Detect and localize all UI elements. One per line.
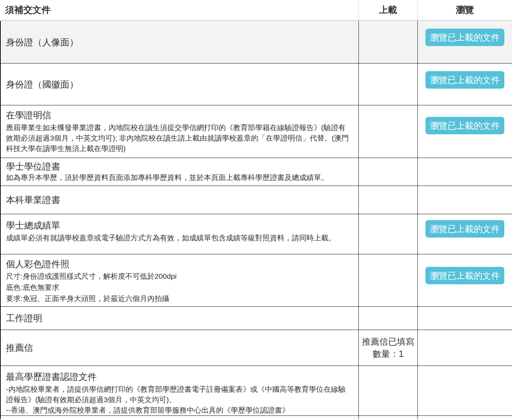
row-title: 本科畢業證書 xyxy=(6,194,351,206)
browse-uploaded-files-button[interactable]: 瀏覽已上載的文件 xyxy=(425,220,504,238)
row-title: 推薦信 xyxy=(6,342,351,354)
row-description: 尺寸:身份證或護照樣式尺寸，解析度不可低於200dpi xyxy=(6,271,351,282)
upload-cell: 推薦信已填寫數量：1 xyxy=(359,330,418,366)
row-description: -內地院校畢業者，請提供學信網打印的《教育部學歷證書電子註冊備案表》或《中國高等… xyxy=(6,384,351,405)
documents-table: 須補交文件 上載 瀏覽 身份證（人像面） 瀏覽已上載的文件 身份證（國徽面） xyxy=(0,0,512,419)
row-title: 個人彩色證件照 xyxy=(6,258,351,270)
table-row: 工作證明 xyxy=(1,307,512,330)
table-row: 本科畢業證書 xyxy=(1,186,512,214)
table-row xyxy=(1,416,512,419)
document-cell: 在學證明信 應屆畢業生如未獲發畢業證書，內地院校在讀生須提交學信網打印的《教育部… xyxy=(1,105,359,158)
document-cell: 推薦信 xyxy=(1,330,359,366)
upload-status-text: 推薦信已填寫數量：1 xyxy=(361,336,415,360)
row-description: 如為專升本學歷，須於學歷資料頁面添加專科學歷資料，並於本頁面上載專科學歷證書及總… xyxy=(6,172,351,183)
page: 須補交文件 上載 瀏覽 身份證（人像面） 瀏覽已上載的文件 身份證（國徽面） xyxy=(0,0,512,420)
browse-cell xyxy=(418,366,512,415)
table-row: 在學證明信 應屆畢業生如未獲發畢業證書，內地院校在讀生須提交學信網打印的《教育部… xyxy=(1,105,512,158)
row-description: 底色:底色無要求 xyxy=(6,282,351,293)
row-description: 應屆畢業生如未獲發畢業證書，內地院校在讀生須提交學信網打印的《教育部學籍在線驗證… xyxy=(6,122,351,154)
document-cell: 工作證明 xyxy=(1,307,359,330)
row-description: --香港、澳門或海外院校畢業者，請提供教育部留學服務中心出具的《學歷學位認證書》 xyxy=(6,405,351,415)
header-upload: 上載 xyxy=(359,0,418,20)
document-cell: 學士總成績單 成績單必須有就讀學校蓋章或電子驗證方式方為有效，如成績單包含成績等… xyxy=(1,214,359,254)
row-title: 在學證明信 xyxy=(6,109,351,121)
browse-cell: 瀏覽已上載的文件 xyxy=(418,63,512,105)
browse-cell: 瀏覽已上載的文件 xyxy=(418,21,512,63)
browse-uploaded-files-button[interactable]: 瀏覽已上載的文件 xyxy=(425,267,504,284)
document-cell: 學士學位證書 如為專升本學歷，須於學歷資料頁面添加專科學歷資料，並於本頁面上載專… xyxy=(1,158,359,186)
upload-cell xyxy=(359,158,418,186)
table-row: 身份證（國徽面） 瀏覽已上載的文件 xyxy=(1,63,512,105)
row-title: 學士總成績單 xyxy=(6,219,351,231)
table-row: 學士學位證書 如為專升本學歷，須於學歷資料頁面添加專科學歷資料，並於本頁面上載專… xyxy=(1,158,512,186)
upload-cell xyxy=(359,21,418,63)
table-row: 推薦信 推薦信已填寫數量：1 xyxy=(1,330,512,366)
browse-cell: 瀏覽已上載的文件 xyxy=(418,214,512,254)
row-description: 要求:免冠、正面半身大頭照，於最近六個月內拍攝 xyxy=(6,293,351,304)
browse-uploaded-files-button[interactable]: 瀏覽已上載的文件 xyxy=(425,29,504,46)
upload-cell xyxy=(359,366,418,415)
row-title: 身份證（人像面） xyxy=(6,36,351,48)
row-title: 工作證明 xyxy=(6,312,351,324)
upload-cell xyxy=(359,186,418,214)
table-row: 個人彩色證件照 尺寸:身份證或護照樣式尺寸，解析度不可低於200dpi 底色:底… xyxy=(1,254,512,307)
browse-cell xyxy=(418,158,512,186)
document-cell xyxy=(1,416,359,419)
browse-cell: 瀏覽已上載的文件 xyxy=(418,105,512,158)
header-browse: 瀏覽 xyxy=(418,0,512,20)
browse-cell: 瀏覽已上載的文件 xyxy=(418,254,512,306)
browse-cell xyxy=(418,330,512,366)
document-cell: 身份證（國徽面） xyxy=(1,63,359,105)
browse-cell xyxy=(418,186,512,214)
document-cell: 最高學歷證書認證文件 -內地院校畢業者，請提供學信網打印的《教育部學歷證書電子註… xyxy=(1,366,359,415)
table-header-row: 須補交文件 上載 瀏覽 xyxy=(0,0,512,21)
document-cell: 個人彩色證件照 尺寸:身份證或護照樣式尺寸，解析度不可低於200dpi 底色:底… xyxy=(1,254,359,306)
browse-cell xyxy=(418,416,512,419)
upload-cell xyxy=(359,63,418,105)
upload-cell xyxy=(359,416,418,419)
document-cell: 身份證（人像面） xyxy=(1,21,359,63)
upload-cell xyxy=(359,105,418,158)
browse-cell xyxy=(418,307,512,330)
table-row: 最高學歷證書認證文件 -內地院校畢業者，請提供學信網打印的《教育部學歷證書電子註… xyxy=(1,366,512,416)
document-cell: 本科畢業證書 xyxy=(1,186,359,214)
upload-cell xyxy=(359,254,418,306)
upload-cell xyxy=(359,307,418,330)
browse-uploaded-files-button[interactable]: 瀏覽已上載的文件 xyxy=(425,117,504,134)
row-title: 身份證（國徽面） xyxy=(6,78,351,90)
upload-cell xyxy=(359,214,418,254)
browse-uploaded-files-button[interactable]: 瀏覽已上載的文件 xyxy=(425,71,504,89)
row-description: 成績單必須有就讀學校蓋章或電子驗證方式方為有效，如成績單包含成績等級對照資料，請… xyxy=(6,233,351,243)
table-row: 學士總成績單 成績單必須有就讀學校蓋章或電子驗證方式方為有效，如成績單包含成績等… xyxy=(1,214,512,254)
row-title: 最高學歷證書認證文件 xyxy=(6,371,351,383)
header-documents: 須補交文件 xyxy=(0,0,359,20)
table-body: 身份證（人像面） 瀏覽已上載的文件 身份證（國徽面） 瀏覽已上載的文件 xyxy=(0,21,512,419)
table-row: 身份證（人像面） 瀏覽已上載的文件 xyxy=(1,21,512,63)
row-title: 學士學位證書 xyxy=(6,160,351,172)
